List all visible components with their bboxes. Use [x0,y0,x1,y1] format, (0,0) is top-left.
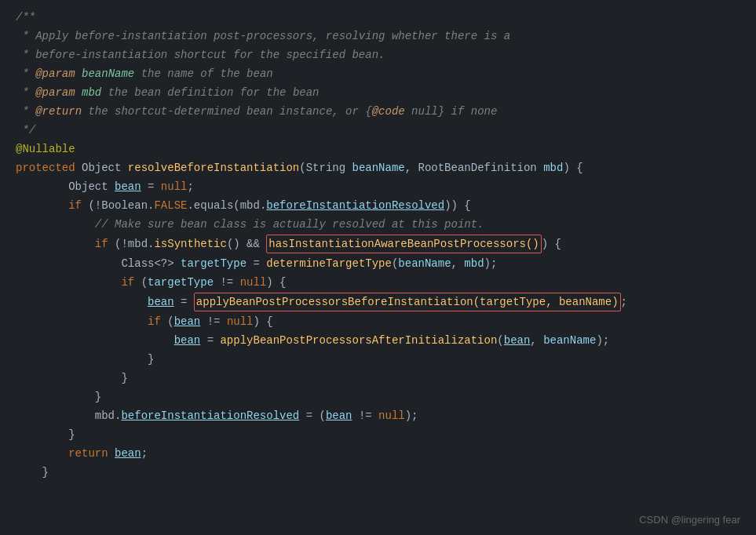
line-bean-assign: bean = applyBeanPostProcessorsBeforeInst… [0,292,756,312]
line-if-boolean: if (!Boolean.FALSE.equals(mbd.beforeInst… [0,196,756,215]
line-annotation: @Nullable [0,140,756,158]
line-bean-after: bean = applyBeanPostProcessorsAfterIniti… [0,331,756,350]
watermark-text: CSDN @lingering fear [639,514,740,526]
line-obj-bean: Object bean = null; [0,177,756,196]
line-if-bean-null: if (bean != null) { [0,312,756,331]
line-if-mbd: if (!mbd.isSynthetic() && hasInstantiati… [0,234,756,254]
line-comment-param1: * @param beanName the name of the bean [0,64,756,83]
line-close4: } [0,425,756,444]
line-comment-start: /** [0,8,756,27]
line-if-target: if (targetType != null) { [0,273,756,292]
line-close3: } [0,388,756,406]
line-comment-end: */ [0,121,756,140]
line-close2: } [0,369,756,388]
line-comment-param2: * @param mbd the bean definition for the… [0,83,756,102]
line-comment-make: // Make sure bean class is actually reso… [0,215,756,234]
line-comment-return: * @return the shortcut-determined bean i… [0,102,756,121]
line-close5: } [0,463,756,482]
line-method-sig: protected Object resolveBeforeInstantiat… [0,158,756,177]
line-mbd-before: mbd.beforeInstantiationResolved = (bean … [0,406,756,425]
line-comment-before: * before-instantiation shortcut for the … [0,45,756,64]
line-return-bean: return bean; [0,444,756,463]
code-container: /** * Apply before-instantiation post-pr… [0,0,756,535]
line-comment-apply: * Apply before-instantiation post-proces… [0,27,756,45]
line-close1: } [0,350,756,369]
line-class-target: Class<?> targetType = determineTargetTyp… [0,254,756,273]
